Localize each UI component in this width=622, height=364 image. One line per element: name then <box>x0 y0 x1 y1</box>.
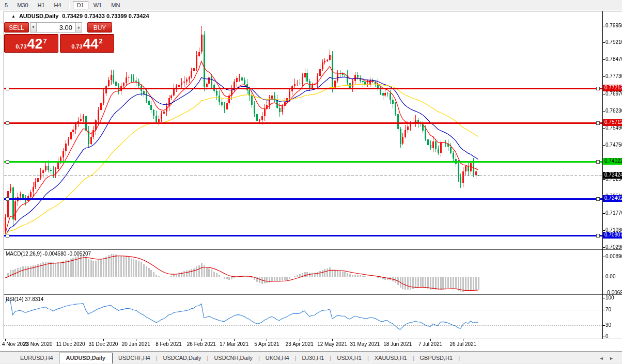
date-axis-label: 8 Feb 2021 <box>156 341 182 347</box>
sell-button[interactable]: SELL <box>4 22 29 33</box>
sell-price-prefix: 0.73 <box>15 43 26 50</box>
buy-price-prefix: 0.73 <box>71 43 82 50</box>
price-axis-tick: 0.79950 <box>605 23 622 28</box>
price-axis-tick: 0.76970 <box>605 91 622 97</box>
chart-tab-usdcnh[interactable]: USDCNH,Daily <box>208 353 258 363</box>
macd-axis-tick: 0.00890 <box>605 254 622 259</box>
buy-price-display[interactable]: 0.73 44 2 <box>60 34 114 53</box>
rsi-axis-tick: 100 <box>605 295 614 300</box>
timeframe-button-m30[interactable]: M30 <box>13 1 32 9</box>
volume-increase-icon[interactable]: ▲ <box>75 22 82 33</box>
chart-header: ▲ AUDUSD,Daily 0.73429 0.73433 0.73399 0… <box>11 13 149 19</box>
current-price-tag: 0.73424 <box>603 172 622 179</box>
date-axis-label: 18 Jun 2021 <box>383 341 412 347</box>
macd-axis-tick: -0.00697 <box>605 290 622 295</box>
volume-decrease-icon[interactable]: ▼ <box>30 22 37 33</box>
chart-ohlc-quote: 0.73429 0.73433 0.73399 0.73424 <box>62 13 149 19</box>
price-axis-tick: 0.70290 <box>605 244 622 250</box>
date-axis-label: 11 Dec 2020 <box>56 341 85 347</box>
chart-tab-usdchf[interactable]: USDCHF,H4 <box>113 353 156 363</box>
date-axis-label: 26 Feb 2021 <box>187 341 216 347</box>
price-line-tag[interactable]: 0.75712 <box>603 119 622 126</box>
price-axis-tick: 0.79210 <box>605 39 622 45</box>
chart-tab-eurusd[interactable]: EURUSD,H4 <box>14 353 59 363</box>
date-axis-label: 7 Jul 2021 <box>418 341 442 347</box>
macd-axis-tick: 0.00 <box>605 274 615 279</box>
chart-tab-audusd[interactable]: AUDUSD,Daily <box>59 353 113 363</box>
date-axis-label: 12 May 2021 <box>317 341 347 347</box>
rsi-axis-tick: 30 <box>605 322 611 328</box>
chart-tab-bar: EURUSD,H4AUDUSD,DailyUSDCHF,H4|USDCAD,Da… <box>0 351 622 363</box>
price-line-tag[interactable]: 0.77212 <box>603 85 622 91</box>
timeframe-toolbar: 5M30H1H4D1W1MN <box>0 0 622 10</box>
timeframe-button-h1[interactable]: H1 <box>34 1 49 9</box>
tab-scroll-arrows-icon[interactable]: ◄ ► <box>599 354 622 363</box>
sell-price-display[interactable]: 0.73 42 7 <box>4 34 58 53</box>
sell-price-big: 42 <box>27 37 43 51</box>
timeframe-button-mn[interactable]: MN <box>107 1 124 9</box>
date-axis-label: 31 Dec 2020 <box>89 341 118 347</box>
date-axis-label: 26 Jul 2021 <box>449 341 476 347</box>
price-axis-tick: 0.74750 <box>605 142 622 148</box>
trading-terminal-window: { "toolbar": { "items": ["5", "M30", "H1… <box>0 0 622 364</box>
date-axis-label: 17 Mar 2021 <box>220 341 248 347</box>
volume-input[interactable] <box>37 22 75 33</box>
date-axis-label: 23 Apr 2021 <box>286 341 314 347</box>
chart-symbol-label: AUDUSD,Daily <box>19 13 58 19</box>
price-line-tag[interactable]: 0.70807 <box>603 232 622 239</box>
chart-canvas[interactable] <box>0 0 622 364</box>
buy-button[interactable]: BUY <box>87 22 112 33</box>
price-axis-tick: 0.77730 <box>605 73 622 79</box>
chart-tab-dj30[interactable]: DJ30,H1 <box>297 353 330 363</box>
price-axis-tick: 0.76230 <box>605 108 622 114</box>
date-axis-label: 5 Apr 2021 <box>254 341 279 347</box>
one-click-trade-panel: SELL ▼ ▲ BUY 0.73 42 7 0.73 44 2 <box>4 22 115 53</box>
date-axis-label: 20 Jan 2021 <box>122 341 150 347</box>
chart-tab-ukoil[interactable]: UKOil,H4 <box>260 353 295 363</box>
timeframe-button-d1[interactable]: D1 <box>73 1 88 9</box>
price-axis-tick: 0.71770 <box>605 210 622 216</box>
toolbar-divider <box>69 2 70 9</box>
price-axis-tick: 0.78470 <box>605 56 622 62</box>
rsi-axis-tick: 0 <box>605 334 609 339</box>
chart-tab-xauusd[interactable]: XAUUSD,H1 <box>369 353 413 363</box>
rsi-axis-tick: 70 <box>605 307 611 312</box>
rsi-indicator-label: RSI(14) 37.8314 <box>6 296 43 302</box>
macd-indicator-label: MACD(12,26,9) -0.004580 -0.005207 <box>6 251 91 257</box>
chart-tab-gbpusd[interactable]: GBPUSD,H1 <box>414 353 459 363</box>
tab-separator: | <box>458 353 460 363</box>
price-line-tag[interactable]: 0.72402 <box>603 195 622 202</box>
chart-tab-usdcad[interactable]: USDCAD,Daily <box>158 353 207 363</box>
date-axis-label: 23 Nov 2020 <box>23 341 53 347</box>
timeframe-button-w1[interactable]: W1 <box>89 1 106 9</box>
buy-price-big: 44 <box>83 37 99 51</box>
price-line-tag[interactable]: 0.74022 <box>603 158 622 165</box>
sell-price-pipette: 7 <box>43 37 47 45</box>
timeframe-button-5[interactable]: 5 <box>1 1 12 9</box>
chart-tab-usdx[interactable]: USDX,H1 <box>331 353 367 363</box>
date-axis-label: 31 May 2021 <box>350 341 380 347</box>
timeframe-button-h4[interactable]: H4 <box>50 1 66 9</box>
collapse-chart-icon[interactable]: ▲ <box>11 14 15 19</box>
buy-price-pipette: 2 <box>99 37 103 45</box>
